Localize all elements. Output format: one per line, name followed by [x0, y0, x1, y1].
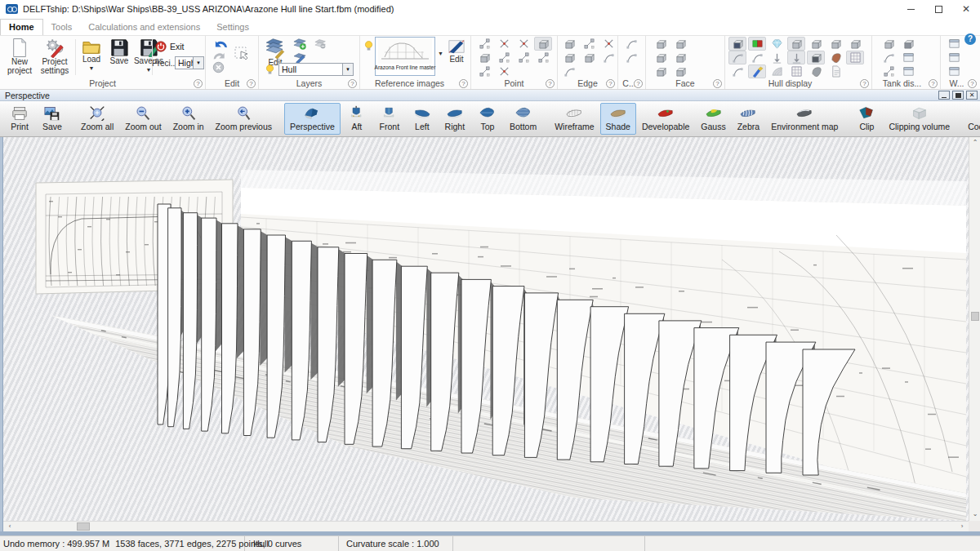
vertical-scroll-thumb[interactable] — [971, 312, 979, 321]
tank-edit-icon[interactable] — [899, 37, 917, 51]
tab-settings[interactable]: Settings — [208, 20, 257, 35]
show-waterlines-icon[interactable] — [826, 37, 844, 51]
undo-button[interactable] — [212, 38, 229, 51]
toolbar-zoom-out-button[interactable]: Zoom out — [119, 103, 167, 135]
load-button[interactable]: Load ▼ — [78, 38, 105, 73]
project-help-icon[interactable]: ? — [194, 79, 203, 88]
flip-down-icon[interactable] — [787, 51, 805, 64]
save-as-dropdown-arrow[interactable]: ▼ — [146, 66, 152, 75]
edit-help-icon[interactable]: ? — [247, 79, 256, 88]
tab-home[interactable]: Home — [0, 19, 43, 35]
new-window-icon[interactable] — [945, 37, 963, 51]
mirror-face-icon[interactable] — [652, 51, 670, 64]
control-curves-icon[interactable] — [748, 37, 766, 51]
tab-tools[interactable]: Tools — [43, 20, 81, 35]
unlock-points-icon[interactable] — [475, 64, 493, 78]
surface-normals-icon[interactable] — [748, 51, 766, 64]
toolbar-clipping-volume-button[interactable]: Clipping volume — [883, 103, 956, 135]
remove-point-icon[interactable] — [495, 37, 513, 51]
toolbar-shade-button[interactable]: Shade — [600, 103, 636, 135]
render-view-icon[interactable] — [768, 37, 786, 51]
split-edge-icon[interactable] — [580, 37, 598, 51]
vertical-scrollbar[interactable]: ⌃ ⌄ — [969, 137, 980, 521]
scroll-right-icon[interactable]: › — [957, 522, 967, 531]
delete-button[interactable] — [212, 61, 225, 75]
save-project-button[interactable]: Save — [106, 38, 132, 66]
reference-image-dropdown-arrow[interactable]: ▼ — [438, 51, 443, 56]
toolbar-environment-map-button[interactable]: Environment map — [765, 103, 844, 135]
show-stations-icon[interactable] — [787, 37, 805, 51]
toolbar-right-button[interactable]: Right — [439, 103, 471, 135]
toolbar-perspective-button[interactable]: Perspective — [284, 103, 341, 135]
hull-section[interactable] — [202, 218, 216, 431]
toolbar-zoom-previous-button[interactable]: Zoom previous — [210, 103, 278, 135]
toolbar-coordinate-axes-button[interactable]: Coordinate axes — [962, 103, 980, 135]
scroll-up-icon[interactable]: ⌃ — [969, 138, 980, 148]
toolbar-left-button[interactable]: Left — [406, 103, 439, 135]
toolbar-clip-button[interactable]: Clip — [850, 103, 883, 135]
toolbar-zebra-button[interactable]: Zebra — [732, 103, 765, 135]
toolbar-wireframe-button[interactable]: Wireframe — [549, 103, 599, 135]
flip-normals-icon[interactable] — [671, 37, 689, 51]
curves-help-icon[interactable]: ? — [634, 79, 643, 88]
project-settings-button[interactable]: Project settings — [36, 38, 74, 75]
curvature-plot-icon[interactable] — [728, 51, 746, 64]
sketch-mode-icon[interactable] — [728, 64, 746, 78]
close-button[interactable]: ✕ — [952, 0, 980, 18]
edge-chain-icon[interactable] — [560, 64, 578, 78]
hull-section[interactable] — [222, 224, 238, 433]
new-curve-icon[interactable] — [622, 37, 640, 51]
tank-layout-icon[interactable] — [899, 51, 917, 64]
assign-layer-icon[interactable] — [652, 64, 670, 78]
intersect-point-icon[interactable] — [514, 37, 532, 51]
lock-points-icon[interactable] — [534, 51, 552, 64]
hull-display-help-icon[interactable]: ? — [860, 79, 869, 88]
lines-plan-icon[interactable] — [826, 64, 844, 78]
new-face-icon[interactable] — [652, 37, 670, 51]
crease-edge-icon[interactable] — [580, 51, 598, 64]
edge-intersections-icon[interactable] — [599, 51, 617, 64]
shell-plates-icon[interactable] — [768, 64, 786, 78]
minimize-button[interactable] — [897, 0, 924, 18]
reference-image-edit-button[interactable]: Edit — [445, 38, 468, 64]
maximize-button[interactable] — [924, 0, 952, 18]
toolbar-top-button[interactable]: Top — [471, 103, 504, 135]
horizontal-scrollbar[interactable]: ‹ › — [3, 521, 969, 531]
exit-button[interactable]: Exit — [155, 41, 185, 52]
tank-sections-icon[interactable] — [880, 51, 898, 64]
tab-calculations[interactable]: Calculations and extensions — [80, 20, 208, 35]
markers-icon[interactable] — [748, 64, 766, 78]
reference-images-help-icon[interactable]: ? — [459, 79, 468, 88]
layer-auto-button[interactable] — [314, 38, 327, 51]
hull-section[interactable] — [168, 208, 181, 427]
pane-close-button[interactable]: ✕ — [966, 91, 978, 100]
face-normals-icon[interactable] — [671, 51, 689, 64]
toolbar-gauss-button[interactable]: Gauss — [695, 103, 731, 135]
toolbar-developable-button[interactable]: Developable — [636, 103, 695, 135]
show-buttocks-icon[interactable] — [807, 37, 825, 51]
layer-select[interactable]: Hull ▼ — [278, 63, 354, 76]
sounding-pipe-icon[interactable] — [880, 64, 898, 78]
pane-minimize-button[interactable] — [938, 91, 950, 100]
viewport-3d[interactable] — [3, 137, 969, 521]
point-grid-icon[interactable] — [514, 51, 532, 64]
toolbar-zoom-all-button[interactable]: Zoom all — [75, 103, 119, 135]
tank-view-icon[interactable] — [880, 37, 898, 51]
load-dropdown-arrow[interactable]: ▼ — [89, 64, 95, 73]
point-help-icon[interactable]: ? — [546, 79, 555, 88]
flip-up-icon[interactable] — [768, 51, 786, 64]
toolbar-front-button[interactable]: Front — [373, 103, 406, 135]
new-project-button[interactable]: New project — [3, 38, 36, 75]
tank-grid-icon[interactable] — [899, 64, 917, 78]
scroll-down-icon[interactable]: ⌄ — [969, 509, 980, 519]
background-grid-icon[interactable] — [846, 51, 864, 64]
pane-maximize-button[interactable] — [952, 91, 964, 100]
select-button[interactable] — [234, 46, 250, 64]
viewport-3d-scene[interactable] — [3, 137, 969, 521]
cascade-windows-icon[interactable] — [945, 64, 963, 78]
precision-select[interactable]: Highe ▼ — [175, 56, 204, 69]
scroll-left-icon[interactable]: ‹ — [5, 522, 15, 531]
toolbar-print-button[interactable]: Print — [3, 103, 36, 135]
show-diagonals-icon[interactable] — [846, 37, 864, 51]
move-points-icon[interactable] — [495, 64, 513, 78]
